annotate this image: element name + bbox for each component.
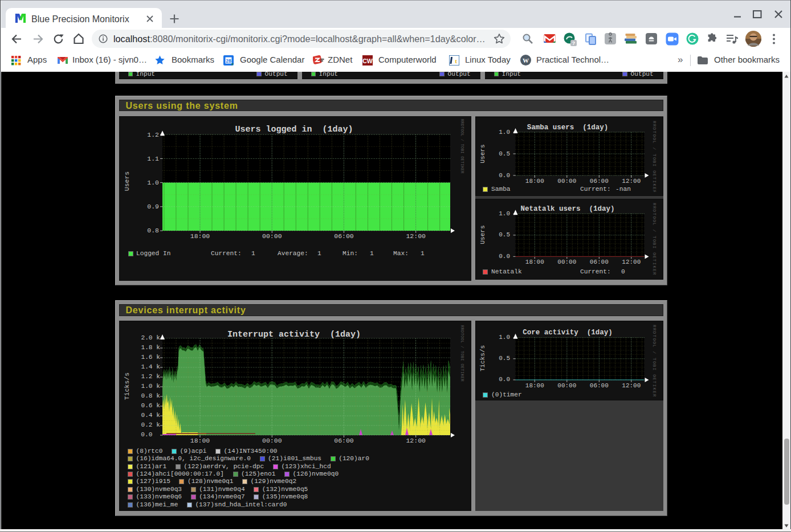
svg-text:?: ? [572,40,576,46]
svg-text:t: t [455,58,457,64]
svg-text:28: 28 [226,58,231,64]
svg-text:CW: CW [362,58,373,64]
svg-text:W: W [523,57,529,64]
